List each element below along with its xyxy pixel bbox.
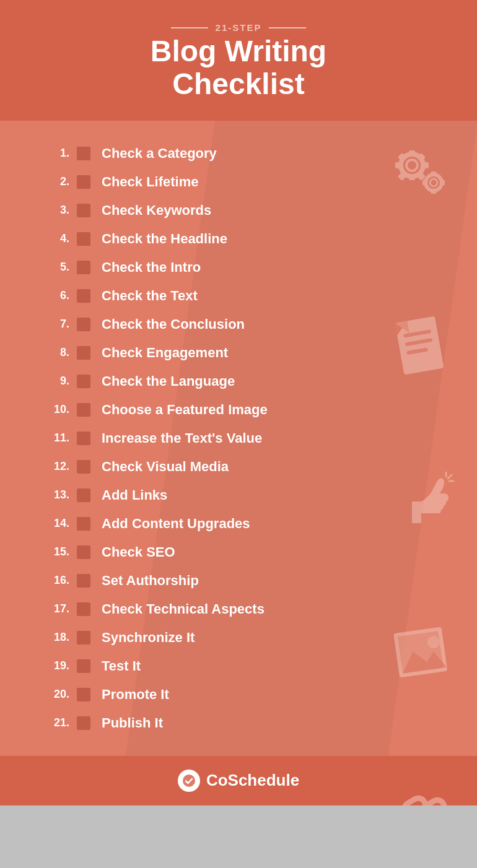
header-eyebrow: 21-Step — [12, 22, 465, 33]
checklist-item: 2.Check Lifetime — [43, 168, 440, 196]
item-checkbox[interactable] — [77, 460, 90, 474]
item-label: Check the Language — [102, 373, 235, 389]
item-checkbox[interactable] — [77, 147, 90, 160]
checklist-item: 16.Set Authorship — [43, 566, 440, 595]
checklist-item: 21.Publish It — [43, 709, 440, 737]
item-number: 20. — [43, 688, 69, 701]
item-number: 14. — [43, 517, 69, 530]
checklist: 1.Check a Category2.Check Lifetime3.Chec… — [43, 139, 440, 737]
checklist-item: 11.Increase the Text's Value — [43, 424, 440, 453]
item-checkbox[interactable] — [77, 688, 90, 701]
item-checkbox[interactable] — [77, 375, 90, 388]
checklist-item: 3.Check Keywords — [43, 196, 440, 225]
item-number: 5. — [43, 261, 69, 274]
item-checkbox[interactable] — [77, 232, 90, 246]
item-number: 9. — [43, 375, 69, 388]
item-number: 10. — [43, 403, 69, 416]
item-label: Check Engagement — [102, 345, 228, 361]
checklist-item: 8.Check Engagement — [43, 339, 440, 367]
item-checkbox[interactable] — [77, 574, 90, 588]
item-label: Set Authorship — [102, 573, 199, 589]
item-checkbox[interactable] — [77, 602, 90, 616]
checklist-item: 5.Check the Intro — [43, 253, 440, 282]
coschedule-logo-icon — [178, 770, 200, 792]
item-label: Check SEO — [102, 544, 175, 560]
item-label: Check Keywords — [102, 202, 211, 219]
item-number: 18. — [43, 631, 69, 644]
item-label: Check Visual Media — [102, 459, 229, 475]
checklist-item: 17.Check Technical Aspects — [43, 595, 440, 623]
item-number: 16. — [43, 574, 69, 587]
item-label: Check the Text — [102, 288, 198, 304]
item-number: 1. — [43, 147, 69, 160]
item-number: 4. — [43, 232, 69, 245]
item-label: Check the Headline — [102, 231, 227, 247]
item-checkbox[interactable] — [77, 346, 90, 360]
checklist-item: 15.Check SEO — [43, 538, 440, 566]
svg-point-42 — [183, 775, 195, 787]
checklist-item: 9.Check the Language — [43, 367, 440, 396]
item-label: Test It — [102, 658, 141, 674]
item-label: Check Technical Aspects — [102, 601, 265, 617]
checklist-item: 10.Choose a Featured Image — [43, 396, 440, 424]
item-number: 19. — [43, 659, 69, 672]
item-label: Increase the Text's Value — [102, 430, 262, 446]
item-number: 8. — [43, 346, 69, 359]
infographic-card: 21-Step Blog Writing Checklist — [0, 0, 477, 805]
item-label: Add Links — [102, 487, 167, 503]
item-number: 2. — [43, 175, 69, 188]
item-checkbox[interactable] — [77, 716, 90, 730]
checklist-item: 1.Check a Category — [43, 139, 440, 168]
svg-rect-15 — [440, 180, 445, 185]
header: 21-Step Blog Writing Checklist — [0, 0, 477, 121]
item-checkbox[interactable] — [77, 289, 90, 303]
item-number: 21. — [43, 716, 69, 729]
item-number: 13. — [43, 488, 69, 501]
item-checkbox[interactable] — [77, 659, 90, 673]
header-title-line1: Blog Writing — [12, 35, 465, 68]
header-title-line2: Checklist — [12, 68, 465, 101]
checklist-item: 6.Check the Text — [43, 282, 440, 310]
item-number: 6. — [43, 289, 69, 302]
item-number: 12. — [43, 460, 69, 473]
checklist-item: 7.Check the Conclusion — [43, 310, 440, 339]
item-checkbox[interactable] — [77, 261, 90, 274]
item-checkbox[interactable] — [77, 318, 90, 331]
item-checkbox[interactable] — [77, 204, 90, 217]
svg-line-23 — [448, 475, 452, 479]
item-checkbox[interactable] — [77, 517, 90, 531]
item-label: Check Lifetime — [102, 174, 199, 190]
item-number: 17. — [43, 602, 69, 615]
checklist-item: 13.Add Links — [43, 481, 440, 510]
item-checkbox[interactable] — [77, 175, 90, 189]
item-number: 7. — [43, 318, 69, 331]
item-checkbox[interactable] — [77, 631, 90, 644]
item-label: Add Content Upgrades — [102, 516, 250, 532]
item-label: Check a Category — [102, 145, 217, 162]
checklist-item: 20.Promote It — [43, 680, 440, 709]
item-label: Synchronize It — [102, 630, 195, 646]
item-label: Choose a Featured Image — [102, 402, 268, 418]
item-label: Promote It — [102, 687, 169, 703]
item-label: Publish It — [102, 715, 163, 731]
item-checkbox[interactable] — [77, 403, 90, 417]
checklist-item: 4.Check the Headline — [43, 225, 440, 253]
item-checkbox[interactable] — [77, 488, 90, 502]
item-checkbox[interactable] — [77, 432, 90, 445]
checklist-item: 18.Synchronize It — [43, 623, 440, 652]
item-number: 15. — [43, 545, 69, 558]
checklist-item: 12.Check Visual Media — [43, 453, 440, 481]
item-number: 3. — [43, 204, 69, 217]
checklist-item: 14.Add Content Upgrades — [43, 510, 440, 538]
item-checkbox[interactable] — [77, 545, 90, 559]
checklist-item: 19.Test It — [43, 652, 440, 680]
chain-link-icon — [393, 777, 455, 805]
item-label: Check the Intro — [102, 259, 201, 276]
main-content: 1.Check a Category2.Check Lifetime3.Chec… — [0, 121, 477, 756]
item-number: 11. — [43, 432, 69, 445]
footer-brand-name: CoSchedule — [206, 771, 299, 790]
item-label: Check the Conclusion — [102, 316, 245, 332]
